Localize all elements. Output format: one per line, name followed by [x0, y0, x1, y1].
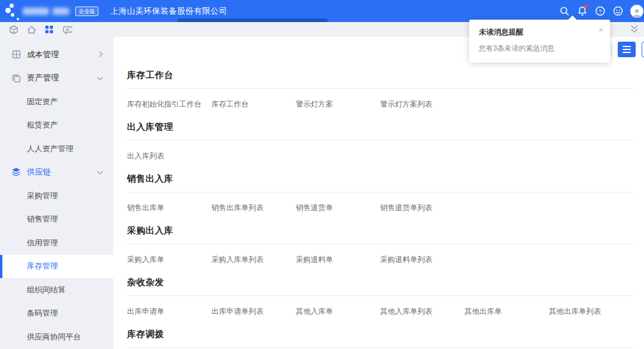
section-inventory-transfer: 库存调拨 [127, 328, 633, 348]
chevron-down-icon [97, 169, 104, 177]
sidebar-item-barcode-management[interactable]: 条码管理 [0, 302, 113, 326]
view-switch-controls [611, 42, 644, 57]
menu-link[interactable]: 库存工作台 [212, 99, 296, 110]
section-divider [127, 244, 633, 244]
layers-icon [11, 167, 21, 177]
menu-link[interactable]: 警示灯方案 [296, 99, 380, 110]
menu-link[interactable]: 其他入库单 [296, 307, 380, 317]
menu-link[interactable]: 销售退货单列表 [380, 203, 465, 213]
close-icon[interactable]: × [599, 26, 603, 34]
apps-grid-icon[interactable] [44, 24, 54, 35]
sidebar-item-label: 信用管理 [27, 238, 58, 248]
menu-link[interactable]: 采购入库单 [127, 255, 212, 265]
section-sales-inout-warehouse: 销售出入库 销售出库单 销售出库单列表 销售退货单 销售退货单列表 [127, 173, 633, 213]
divider [611, 44, 612, 55]
sidebar-item-sales-management[interactable]: 销售管理 [0, 208, 113, 232]
section-title: 库存调拨 [127, 328, 633, 340]
section-title: 出入库管理 [127, 121, 633, 133]
section-title: 销售出入库 [127, 173, 633, 185]
menu-link[interactable]: 销售退货单 [296, 203, 380, 213]
sidebar-item-label: 租赁资产 [27, 120, 58, 130]
cube-icon[interactable] [8, 24, 18, 35]
list-view-button[interactable] [618, 42, 636, 57]
menu-link[interactable]: 库存初始化指引工作台 [127, 99, 212, 110]
menu-link[interactable]: 其他入库单列表 [380, 307, 465, 317]
avatar[interactable] [630, 5, 643, 18]
popup-title: 未读消息提醒 [479, 27, 600, 38]
section-divider [127, 140, 633, 141]
menu-link[interactable]: 出库申请单列表 [212, 307, 296, 317]
sidebar-item-purchase-management[interactable]: 采购管理 [0, 184, 113, 208]
chat-icon[interactable] [62, 24, 72, 35]
sidebar-item-everyone-asset-management[interactable]: 人人资产管理 [0, 137, 113, 161]
company-name[interactable]: 上海山美环保装备股份有限公司 [110, 6, 227, 17]
copy-icon [11, 73, 21, 83]
menu-link[interactable]: 警示灯方案列表 [380, 99, 465, 110]
chevron-right-icon [98, 51, 104, 60]
sidebar-item-credit-management[interactable]: 信用管理 [0, 231, 113, 255]
sidebar-item-label: 人人资产管理 [27, 144, 73, 154]
menu-link[interactable]: 其他出库单列表 [549, 307, 634, 317]
sidebar-item-label: 组织间结算 [27, 285, 66, 295]
section-title: 库存工作台 [127, 69, 633, 81]
section-divider [127, 295, 633, 296]
sidebar-item-inter-org-settlement[interactable]: 组织间结算 [0, 278, 113, 302]
menu-link[interactable]: 采购入库单列表 [212, 255, 296, 265]
sidebar-item-label: 库存管理 [27, 261, 58, 272]
menu-link[interactable]: 其他出库单 [465, 307, 549, 317]
section-title: 采购出入库 [127, 225, 633, 236]
unread-message-popup: 未读消息提醒 × 您有3条未读的紧急消息 [469, 20, 610, 63]
sidebar-item-leased-assets[interactable]: 租赁资产 [0, 114, 113, 138]
sidebar-item-fixed-assets[interactable]: 固定资产 [0, 90, 113, 114]
menu-link[interactable]: 销售出库单列表 [212, 203, 296, 213]
svg-text:?: ? [598, 8, 601, 14]
chevron-down-icon [97, 74, 104, 83]
sidebar-item-label: 销售管理 [27, 214, 58, 225]
sidebar-item-label: 采购管理 [27, 191, 58, 201]
menu-link[interactable]: 采购退料单列表 [380, 255, 465, 265]
sidebar-item-label: 供应商协同平台 [27, 332, 81, 342]
menu-link[interactable]: 采购退料单 [296, 255, 380, 265]
section-inventory-workbench: 库存工作台 库存初始化指引工作台 库存工作台 警示灯方案 警示灯方案列表 [127, 69, 633, 110]
search-icon[interactable] [559, 6, 569, 17]
menu-link[interactable]: 出入库列表 [127, 151, 212, 161]
double-chevron-down-icon[interactable] [629, 24, 639, 34]
grid-outline-icon [11, 50, 21, 60]
bell-icon[interactable] [577, 6, 587, 17]
smiley-icon[interactable] [612, 6, 623, 17]
brand-name-blurred [23, 8, 69, 15]
sidebar-item-label: 固定资产 [27, 96, 58, 107]
sidebar-item-label: 条码管理 [27, 308, 58, 319]
sidebar-item-supplier-collaboration-platform[interactable]: 供应商协同平台 [0, 325, 113, 349]
help-icon[interactable]: ? [595, 6, 605, 17]
menu-link[interactable]: 出库申请单 [127, 307, 212, 317]
grid-view-button[interactable] [642, 42, 644, 57]
sidebar-item-cost-management[interactable]: 成本管理 [0, 43, 113, 67]
sidebar-item-supply-chain[interactable]: 供应链 [0, 161, 113, 185]
sidebar-item-asset-management[interactable]: 资产管理 [0, 67, 113, 91]
top-app-bar: 企业版 上海山美环保装备股份有限公司 ? [0, 0, 644, 22]
menu-overview-panel: 库存工作台 库存初始化指引工作台 库存工作台 警示灯方案 警示灯方案列表 出入库… [113, 37, 644, 349]
brand-logo-dots [0, 0, 24, 22]
edition-badge: 企业版 [75, 7, 98, 16]
sidebar-item-label: 资产管理 [27, 73, 59, 83]
section-divider [127, 192, 633, 192]
active-tab-shadow [177, 18, 328, 22]
home-icon[interactable] [26, 24, 36, 35]
sidebar-item-label: 供应链 [27, 167, 51, 177]
sidebar-item-label: 成本管理 [27, 49, 59, 60]
menu-link[interactable]: 销售出库单 [127, 203, 212, 213]
section-divider [127, 88, 633, 89]
section-misc-receipt-issue: 杂收杂发 出库申请单 出库申请单列表 其他入库单 其他入库单列表 其他出库单 其… [127, 276, 633, 317]
section-inout-warehouse-management: 出入库管理 出入库列表 [127, 121, 633, 161]
sidebar-nav: 成本管理 资产管理 固定资产 租赁资产 人人资产管理 供应链 采购 [0, 37, 113, 349]
sidebar-item-inventory-management[interactable]: 库存管理 [0, 255, 113, 279]
section-purchase-inout-warehouse: 采购出入库 采购入库单 采购入库单列表 采购退料单 采购退料单列表 [127, 225, 633, 265]
section-title: 杂收杂发 [127, 276, 633, 288]
unread-dot [584, 5, 588, 8]
popup-body: 您有3条未读的紧急消息 [479, 43, 600, 54]
section-divider [127, 347, 633, 348]
